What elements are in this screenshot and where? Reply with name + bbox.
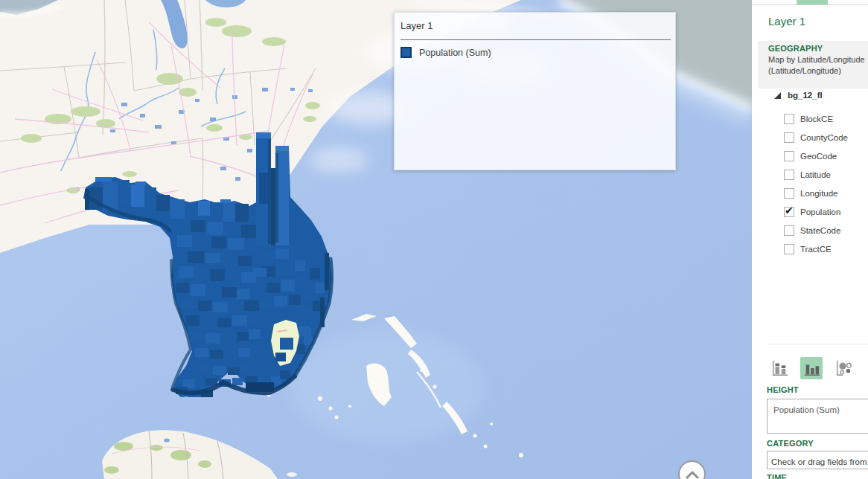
expanded-triangle-icon: [774, 92, 781, 99]
checkbox-unchecked[interactable]: [784, 225, 794, 236]
height-header: HEIGHT: [767, 385, 799, 394]
checkbox-unchecked[interactable]: [784, 151, 794, 161]
legend-item: Population (Sum): [401, 47, 491, 58]
visualization-type-row: [768, 357, 855, 379]
layer-pane-title: Layer 1: [768, 15, 805, 28]
geography-section: GEOGRAPHY Map by Latitude/Longitude (Lat…: [758, 41, 868, 89]
checkbox-unchecked[interactable]: [784, 114, 794, 124]
section-divider: [767, 344, 868, 344]
3d-maps-window: Layer 1 Population (Sum) Layer 1 GEOGRAP…: [0, 0, 868, 479]
field-table-name: bg_12_fl: [788, 91, 823, 100]
geography-mapping-fields: (Latitude/Longitude): [768, 66, 868, 75]
clustered-column-chart-button[interactable]: [800, 357, 823, 379]
height-field-well[interactable]: Population (Sum): [767, 399, 868, 434]
geography-mapping: Map by Latitude/Longitude: [768, 55, 868, 64]
clustered-column-chart-icon: [802, 359, 820, 377]
checkbox-unchecked[interactable]: [784, 244, 794, 254]
layer-pane: Layer 1 GEOGRAPHY Map by Latitude/Longit…: [752, 0, 868, 479]
checkbox-unchecked[interactable]: [784, 188, 794, 199]
geography-header: GEOGRAPHY: [768, 44, 868, 53]
field-table-node[interactable]: bg_12_fl: [774, 91, 823, 100]
legend-divider: [401, 39, 671, 40]
field-row-statecode[interactable]: StateCode: [784, 221, 868, 240]
field-row-longitude[interactable]: Longitude: [784, 184, 868, 202]
bubble-chart-button[interactable]: [832, 357, 855, 379]
category-header: CATEGORY: [767, 439, 814, 448]
field-row-tractce[interactable]: TractCE: [784, 240, 868, 258]
checkbox-unchecked[interactable]: [784, 132, 794, 143]
time-header: TIME: [767, 473, 787, 479]
legend-title: Layer 1: [401, 20, 433, 31]
field-row-latitude[interactable]: Latitude: [784, 165, 868, 184]
map-legend[interactable]: Layer 1 Population (Sum): [394, 12, 676, 170]
field-list: BlockCE CountyCode GeoCode Latitude Long…: [784, 109, 868, 258]
bubble-chart-icon: [835, 359, 852, 377]
checkbox-unchecked[interactable]: [784, 170, 794, 180]
field-row-population[interactable]: ✔ Population: [784, 202, 868, 221]
stacked-column-chart-button[interactable]: [768, 357, 791, 379]
category-field-well[interactable]: Check or drag fields from: [767, 451, 868, 469]
checkbox-checked[interactable]: ✔: [784, 207, 794, 217]
field-row-countycode[interactable]: CountyCode: [784, 128, 868, 147]
field-row-geocode[interactable]: GeoCode: [784, 147, 868, 165]
series-label: Population (Sum): [419, 48, 491, 58]
field-row-blockce[interactable]: BlockCE: [784, 109, 868, 128]
height-field-value[interactable]: Population (Sum): [773, 405, 840, 414]
chevron-up-icon: [686, 470, 699, 479]
stacked-column-chart-icon: [770, 359, 788, 377]
tab-divider: [752, 4, 868, 5]
category-placeholder: Check or drag fields from: [771, 457, 867, 466]
series-swatch: [401, 47, 412, 58]
check-icon: ✔: [785, 205, 794, 216]
